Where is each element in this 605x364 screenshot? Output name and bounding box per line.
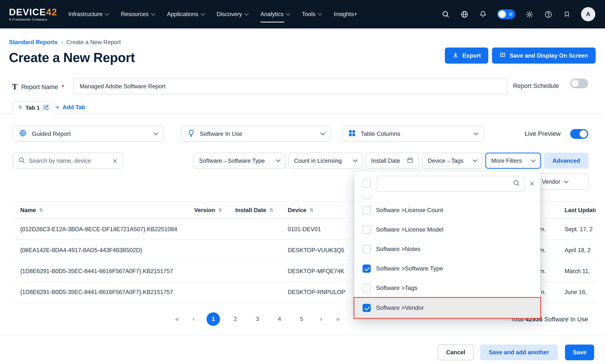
checkbox[interactable]: [362, 195, 371, 199]
brand-name: DEVICE42: [9, 8, 57, 17]
cell-name: {06EA142E-8DA4-4917-8AD5-443F483B502D}: [13, 247, 194, 253]
save-and-display-button[interactable]: Save and Display On Screen: [492, 48, 596, 64]
chevron-down-icon: [154, 130, 158, 135]
nav-resources[interactable]: Resources: [121, 0, 154, 28]
cell-last-updated: April 18, 2: [546, 247, 596, 253]
column-header-install-date[interactable]: Install Date⇅: [235, 207, 288, 213]
column-header-name[interactable]: Name⇅: [13, 207, 194, 213]
checkbox[interactable]: [362, 226, 371, 234]
cancel-button[interactable]: Cancel: [438, 345, 474, 360]
search-icon: [513, 180, 520, 188]
more-filters-button[interactable]: More Filters: [485, 153, 541, 169]
pagination: « ‹ 1 2 3 4 5 › »: [173, 312, 342, 326]
nav-infrastructure[interactable]: Infrastructure: [68, 0, 109, 28]
breadcrumb-separator: ›: [61, 39, 63, 46]
filter-software-type[interactable]: Software→Software Type: [193, 153, 285, 169]
chevron-down-icon: [245, 12, 249, 16]
list-item-software-type[interactable]: Software >Software Type: [354, 259, 540, 278]
nav-tools[interactable]: Tools: [302, 0, 322, 28]
close-icon[interactable]: ×: [530, 180, 534, 187]
bookmark-icon[interactable]: [562, 10, 571, 19]
drag-handle-icon[interactable]: ⠿: [18, 105, 22, 110]
cell-name: {1D8E6291-B0D5-35EC-8441-6616F567A0F7}.K…: [13, 268, 194, 274]
edit-icon[interactable]: [43, 104, 49, 111]
filter-search-input[interactable]: [29, 157, 109, 164]
list-item-license-model[interactable]: Software >License Model: [354, 220, 540, 239]
report-schedule-label: Report Schedule: [513, 82, 559, 90]
checkbox-checked[interactable]: [362, 304, 371, 312]
table-columns-select[interactable]: Table Columns: [342, 126, 484, 142]
live-preview-toggle[interactable]: [570, 129, 588, 139]
chevron-down-icon: [320, 130, 325, 135]
tab-1[interactable]: ⠿ Tab 1: [13, 101, 55, 114]
theme-toggle[interactable]: [497, 9, 515, 19]
checkbox[interactable]: [362, 245, 371, 253]
list-item-partial[interactable]: [354, 195, 540, 200]
filter-count-in-licensing[interactable]: Count in Licensing: [288, 153, 362, 169]
sort-icon[interactable]: ⇅: [39, 207, 43, 213]
bell-icon[interactable]: [478, 10, 488, 19]
list-item-tags[interactable]: Software >Tags: [354, 278, 540, 298]
page-3-button[interactable]: 3: [251, 312, 264, 326]
save-button[interactable]: Save: [565, 345, 594, 360]
required-asterisk: *: [62, 83, 64, 90]
page-first-button[interactable]: «: [173, 315, 181, 323]
chevron-down-icon: [564, 178, 569, 183]
checkbox-checked[interactable]: [362, 264, 371, 273]
guided-report-icon: [19, 129, 26, 138]
page-1-button[interactable]: 1: [206, 312, 220, 326]
chevron-down-icon: [276, 157, 280, 162]
search-icon[interactable]: [441, 10, 450, 19]
save-and-add-another-button[interactable]: Save and add another: [480, 345, 558, 360]
help-icon[interactable]: [544, 10, 553, 19]
select-all-checkbox[interactable]: [362, 180, 371, 188]
breadcrumb-current: Create a New Report: [66, 39, 121, 46]
page-prev-button[interactable]: ‹: [190, 315, 198, 323]
list-item-vendor[interactable]: Software >Vendor: [354, 298, 540, 318]
list-item-license-count[interactable]: Software >License Count: [354, 200, 540, 220]
device42-logo[interactable]: DEVICE42 A Freshworks Company: [9, 8, 57, 21]
breadcrumb-standard-reports[interactable]: Standard Reports: [9, 39, 58, 46]
nav-applications[interactable]: Applications: [167, 0, 204, 28]
filter-device-tags[interactable]: Device→Tags: [422, 153, 482, 169]
column-header-version[interactable]: Version⇅: [194, 207, 235, 213]
sort-icon[interactable]: ⇅: [309, 207, 314, 213]
report-mode-select[interactable]: Guided Report: [13, 126, 164, 142]
checkbox[interactable]: [362, 284, 371, 292]
chevron-down-icon: [474, 130, 478, 135]
nav-discovery[interactable]: Discovery: [217, 0, 248, 28]
page-next-button[interactable]: ›: [317, 315, 325, 323]
chevron-down-icon: [353, 157, 358, 162]
main-nav: Infrastructure Resources Applications Di…: [68, 0, 357, 28]
page-5-button[interactable]: 5: [295, 312, 308, 326]
nav-insights-plus[interactable]: Insights+: [334, 0, 357, 28]
data-source-select[interactable]: Software In Use: [181, 126, 331, 142]
brand-tagline: A Freshworks Company: [9, 18, 57, 21]
page-4-button[interactable]: 4: [273, 312, 286, 326]
nav-analytics[interactable]: Analytics: [260, 0, 290, 28]
calendar-icon: [407, 156, 413, 165]
add-tab-button[interactable]: + Add Tab: [55, 101, 85, 114]
filter-install-date[interactable]: Install Date: [366, 153, 419, 169]
filter-search: ×: [13, 153, 123, 169]
column-header-last-updated[interactable]: Last Updated: [546, 207, 596, 213]
sort-icon[interactable]: ⇅: [218, 207, 222, 213]
list-item-notes[interactable]: Software >Notes: [354, 239, 540, 259]
clear-icon[interactable]: ×: [113, 157, 117, 164]
avatar[interactable]: A: [581, 7, 595, 21]
globe-icon[interactable]: [460, 10, 469, 19]
sort-icon[interactable]: ⇅: [269, 207, 273, 213]
advanced-button[interactable]: Advanced: [544, 153, 589, 169]
report-schedule-toggle[interactable]: [570, 78, 588, 88]
gear-icon[interactable]: [525, 10, 534, 19]
checkbox[interactable]: [362, 206, 371, 214]
export-button[interactable]: Export: [445, 48, 488, 64]
cell-name: {1D8E6291-B0D5-35EC-8441-6616F567A0F7}.K…: [13, 289, 194, 295]
chevron-down-icon: [531, 157, 536, 162]
popup-search: [376, 176, 525, 192]
page-last-button[interactable]: »: [334, 315, 342, 323]
search-icon: [18, 156, 25, 165]
popup-search-input[interactable]: [381, 180, 510, 187]
page-2-button[interactable]: 2: [229, 312, 242, 326]
report-name-input[interactable]: [73, 78, 507, 94]
